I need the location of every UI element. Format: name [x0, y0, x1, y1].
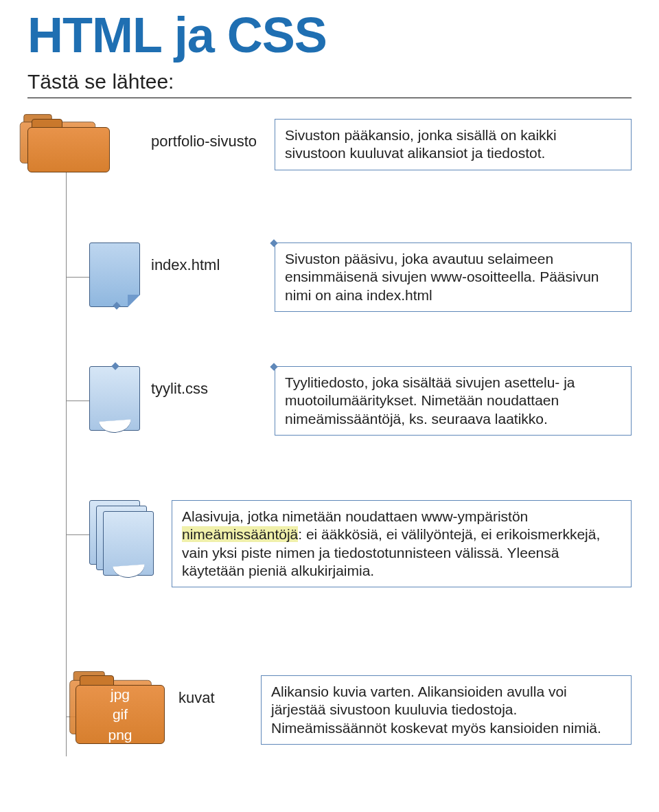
page-subtitle: Tästä se lähtee: [27, 70, 632, 93]
description-box: Alikansio kuvia varten. Alikansioiden av… [261, 675, 632, 745]
divider [27, 98, 632, 98]
node-label-index: index.html [151, 256, 275, 274]
node-label-root: portfolio-sivusto [151, 133, 275, 150]
folder-icon: jpg gif png [76, 675, 165, 744]
description-box: Sivuston pääsivu, joka avautuu selaimeen… [275, 243, 632, 312]
desc-text: Alasivuja, jotka nimetään noudattaen www… [182, 508, 528, 524]
page-title: HTML ja CSS [27, 7, 632, 63]
document-stack-icon [89, 500, 154, 576]
folder-ext: png [108, 725, 132, 744]
folder-ext: gif [113, 705, 128, 723]
description-box: Alasivuja, jotka nimetään noudattaen www… [172, 500, 632, 587]
description-box: Sivuston pääkansio, jonka sisällä on kai… [275, 119, 632, 170]
node-label-kuvat: kuvat [178, 689, 261, 707]
note-icon [89, 366, 140, 431]
connector-dot [111, 362, 119, 370]
document-icon [89, 243, 140, 307]
folder-icon [27, 119, 110, 172]
node-label-css: tyylit.css [151, 380, 275, 398]
folder-ext: jpg [111, 685, 130, 703]
description-box: Tyylitiedosto, joka sisältää sivujen ase… [275, 366, 632, 436]
highlighted-term: nimeämissääntöjä [182, 526, 298, 542]
diagram-canvas: portfolio-sivusto Sivuston pääkansio, jo… [27, 119, 632, 792]
